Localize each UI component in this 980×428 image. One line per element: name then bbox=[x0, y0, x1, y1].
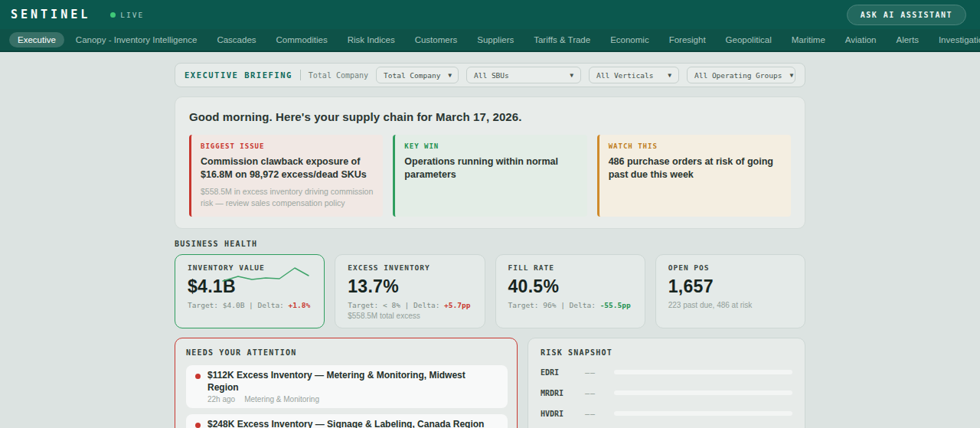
risk-index-value: —— bbox=[585, 368, 614, 377]
kpi-excess-inventory[interactable]: EXCESS INVENTORY 13.7% Target: < 8% | De… bbox=[335, 254, 485, 328]
risk-snapshot-title: RISK SNAPSHOT bbox=[541, 348, 792, 357]
tab-foresight[interactable]: Foresight bbox=[661, 32, 714, 47]
tab-suppliers[interactable]: Suppliers bbox=[469, 32, 522, 47]
filter-operating-group-select[interactable]: All Operating Groups ▼ bbox=[687, 67, 795, 83]
kpi-delta: -55.5pp bbox=[600, 301, 631, 309]
briefing-title: EXECUTIVE BRIEFING bbox=[185, 70, 292, 80]
tab-risk-indices[interactable]: Risk Indices bbox=[339, 32, 403, 47]
risk-index-bar bbox=[614, 411, 792, 416]
risk-index-bar bbox=[614, 370, 792, 374]
alert-dot-icon bbox=[195, 374, 201, 379]
kpi-delta: +1.8% bbox=[289, 301, 311, 309]
attention-item-meta: 22h ago Metering & Monitoring bbox=[207, 395, 498, 403]
attention-item-time: 22h ago bbox=[207, 395, 235, 403]
filter-vertical-select[interactable]: All Verticals ▼ bbox=[589, 67, 679, 83]
kpi-row: INVENTORY VALUE $4.1B Target: $4.0B | De… bbox=[175, 254, 805, 328]
filter-vertical-value: All Verticals bbox=[596, 71, 653, 80]
briefing-scope: Total Company bbox=[309, 71, 368, 80]
attention-item-title: $248K Excess Inventory — Signage & Label… bbox=[207, 419, 484, 428]
kpi-inventory-value[interactable]: INVENTORY VALUE $4.1B Target: $4.0B | De… bbox=[175, 254, 325, 328]
greeting-text: Good morning. Here's your supply chain f… bbox=[189, 110, 791, 123]
risk-index-value: —— bbox=[585, 389, 614, 397]
tab-geopolitical[interactable]: Geopolitical bbox=[717, 32, 780, 47]
attention-item[interactable]: $112K Excess Inventory — Metering & Moni… bbox=[186, 365, 508, 408]
kpi-value: 13.7% bbox=[348, 276, 472, 297]
tab-aviation[interactable]: Aviation bbox=[837, 32, 885, 47]
risk-index-bar bbox=[614, 390, 792, 395]
tab-maritime[interactable]: Maritime bbox=[783, 32, 834, 47]
greeting-card: Good morning. Here's your supply chain f… bbox=[175, 96, 805, 229]
tab-executive[interactable]: Executive bbox=[9, 32, 64, 47]
content-column: EXECUTIVE BRIEFING Total Company Total C… bbox=[175, 63, 805, 428]
risk-index-label: EDRI bbox=[541, 368, 585, 377]
tab-cascades[interactable]: Cascades bbox=[208, 32, 264, 47]
callout-title: Commission clawback exposure of $16.8M o… bbox=[201, 155, 374, 181]
tab-economic[interactable]: Economic bbox=[602, 32, 658, 47]
filter-sbu-value: All SBUs bbox=[474, 71, 509, 80]
tab-customers[interactable]: Customers bbox=[407, 32, 466, 47]
risk-index-row: EDRI —— bbox=[541, 367, 792, 377]
risk-index-value: —— bbox=[585, 410, 614, 418]
kpi-target-line: Target: $4.0B | Delta: +1.8% bbox=[188, 301, 312, 309]
live-dot-icon bbox=[110, 12, 116, 18]
executive-briefing-bar: EXECUTIVE BRIEFING Total Company Total C… bbox=[175, 63, 805, 87]
kpi-target: Target: $4.0B | Delta: bbox=[188, 301, 284, 309]
attention-item-category: Metering & Monitoring bbox=[244, 395, 319, 403]
risk-index-label: MRDRI bbox=[541, 389, 585, 397]
kpi-fill-rate[interactable]: FILL RATE 40.5% Target: 96% | Delta: -55… bbox=[495, 254, 645, 328]
live-status: LIVE bbox=[110, 11, 144, 19]
callout-key-win: KEY WIN Operations running within normal… bbox=[393, 135, 586, 217]
attention-item[interactable]: $248K Excess Inventory — Signage & Label… bbox=[186, 414, 508, 428]
callout-label: KEY WIN bbox=[404, 142, 577, 150]
callout-label: WATCH THIS bbox=[609, 142, 782, 150]
risk-index-label: HVDRI bbox=[541, 410, 585, 418]
kpi-label: OPEN POS bbox=[668, 263, 792, 272]
tab-investigations[interactable]: Investigations bbox=[930, 32, 980, 47]
attention-item-title: $112K Excess Inventory — Metering & Moni… bbox=[207, 370, 498, 394]
filter-sbu-select[interactable]: All SBUs ▼ bbox=[466, 67, 581, 83]
tab-canopy-inventory-intelligence[interactable]: Canopy - Inventory Intelligence bbox=[67, 32, 206, 47]
bottom-panels: NEEDS YOUR ATTENTION $112K Excess Invent… bbox=[175, 338, 805, 428]
kpi-note: $558.5M total excess bbox=[348, 312, 472, 320]
sparkline-icon bbox=[221, 264, 313, 290]
needs-attention-panel: NEEDS YOUR ATTENTION $112K Excess Invent… bbox=[175, 338, 518, 428]
callout-biggest-issue: BIGGEST ISSUE Commission clawback exposu… bbox=[189, 135, 383, 217]
needs-attention-title: NEEDS YOUR ATTENTION bbox=[186, 348, 508, 357]
filter-group: Total Company ▼ All SBUs ▼ All Verticals… bbox=[376, 67, 795, 83]
chevron-down-icon: ▼ bbox=[789, 72, 793, 79]
kpi-target-line: Target: < 8% | Delta: +5.7pp bbox=[348, 301, 472, 309]
kpi-open-pos[interactable]: OPEN POS 1,657 223 past due, 486 at risk bbox=[655, 254, 805, 328]
ask-ai-assistant-button[interactable]: ASK AI ASSISTANT bbox=[847, 5, 966, 25]
attention-item-body: $112K Excess Inventory — Metering & Moni… bbox=[207, 370, 498, 403]
app-logo: SENTINEL bbox=[11, 8, 90, 21]
chevron-down-icon: ▼ bbox=[448, 72, 452, 79]
callout-row: BIGGEST ISSUE Commission clawback exposu… bbox=[189, 135, 791, 217]
risk-index-row: HVDRI —— bbox=[541, 408, 792, 419]
callout-title: 486 purchase orders at risk of going pas… bbox=[609, 155, 782, 181]
kpi-label: EXCESS INVENTORY bbox=[348, 263, 472, 272]
top-bar: SENTINEL LIVE ASK AI ASSISTANT bbox=[0, 0, 980, 29]
callout-watch-this: WATCH THIS 486 purchase orders at risk o… bbox=[597, 135, 791, 217]
kpi-value: 40.5% bbox=[508, 276, 632, 297]
risk-index-row: MRDRI —— bbox=[541, 387, 792, 398]
live-label: LIVE bbox=[120, 11, 144, 19]
tab-commodities[interactable]: Commodities bbox=[268, 32, 336, 47]
kpi-target-line: Target: 96% | Delta: -55.5pp bbox=[508, 301, 632, 309]
callout-subtext: $558.5M in excess inventory driving comm… bbox=[201, 186, 374, 209]
filter-company-select[interactable]: Total Company ▼ bbox=[376, 67, 459, 83]
callout-title: Operations running within normal paramet… bbox=[404, 155, 577, 181]
kpi-delta: +5.7pp bbox=[444, 301, 470, 309]
divider bbox=[300, 70, 301, 80]
chevron-down-icon: ▼ bbox=[570, 72, 573, 79]
kpi-label: FILL RATE bbox=[508, 263, 632, 272]
alert-dot-icon bbox=[195, 423, 201, 428]
kpi-value: 1,657 bbox=[668, 276, 792, 297]
kpi-target: Target: < 8% | Delta: bbox=[348, 301, 439, 309]
kpi-note: 223 past due, 486 at risk bbox=[668, 301, 792, 309]
attention-item-body: $248K Excess Inventory — Signage & Label… bbox=[207, 419, 484, 428]
main-nav: Executive Canopy - Inventory Intelligenc… bbox=[0, 29, 980, 52]
tab-tariffs-trade[interactable]: Tariffs & Trade bbox=[525, 32, 599, 47]
tab-alerts[interactable]: Alerts bbox=[888, 32, 927, 47]
filter-company-value: Total Company bbox=[384, 71, 440, 80]
kpi-target: Target: 96% | Delta: bbox=[508, 301, 596, 309]
